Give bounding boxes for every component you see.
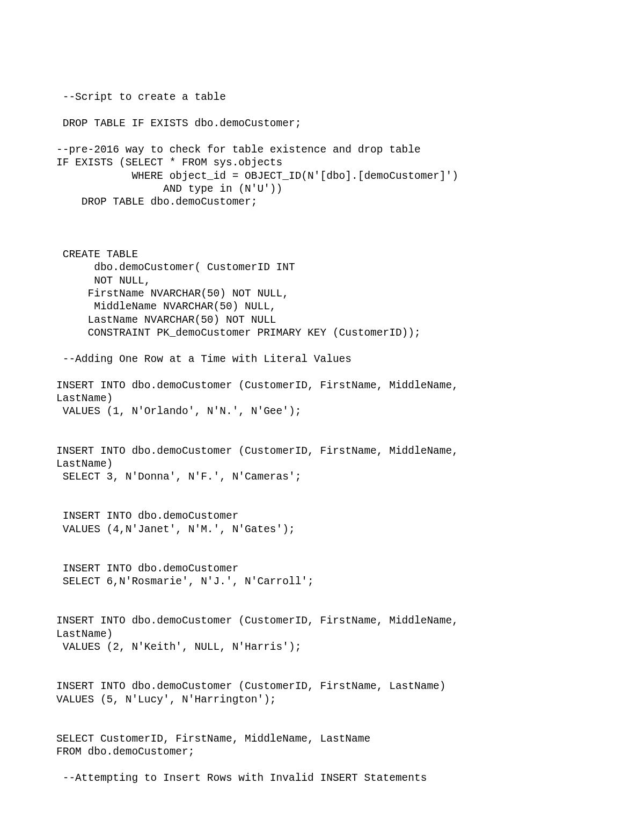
code-line: VALUES (5, N'Lucy', N'Harrington'); [56,694,276,706]
code-line: SELECT 6,N'Rosmarie', N'J.', N'Carroll'; [56,576,314,588]
code-line: CONSTRAINT PK_demoCustomer PRIMARY KEY (… [56,327,421,339]
code-line: INSERT INTO dbo.demoCustomer (CustomerID… [56,615,458,627]
document-page: --Script to create a table DROP TABLE IF… [0,0,644,834]
code-line: INSERT INTO dbo.demoCustomer [56,563,238,575]
code-line: WHERE object_id = OBJECT_ID(N'[dbo].[dem… [56,170,458,182]
code-line: VALUES (4,N'Janet', N'M.', N'Gates'); [56,524,295,535]
code-line: DROP TABLE dbo.demoCustomer; [56,196,257,208]
code-line: MiddleName NVARCHAR(50) NULL, [56,301,276,313]
code-line: LastName) [56,458,113,470]
code-line: CREATE TABLE [56,249,138,260]
code-line: LastName NVARCHAR(50) NOT NULL [56,314,276,326]
code-line: INSERT INTO dbo.demoCustomer (CustomerID… [56,680,446,692]
code-line: IF EXISTS (SELECT * FROM sys.objects [56,157,282,169]
code-line: FirstName NVARCHAR(50) NOT NULL, [56,288,289,300]
sql-code-block: --Script to create a table DROP TABLE IF… [56,91,588,785]
code-line: NOT NULL, [56,275,151,287]
code-line: --Script to create a table [56,91,226,103]
code-line: --Adding One Row at a Time with Literal … [56,353,352,365]
code-line: INSERT INTO dbo.demoCustomer [56,510,238,522]
code-line: --Attempting to Insert Rows with Invalid… [56,772,427,784]
code-line: --pre-2016 way to check for table existe… [56,144,421,156]
code-line: FROM dbo.demoCustomer; [56,746,194,758]
code-line: dbo.demoCustomer( CustomerID INT [56,262,295,273]
code-line: INSERT INTO dbo.demoCustomer (CustomerID… [56,445,458,457]
code-line: INSERT INTO dbo.demoCustomer (CustomerID… [56,380,458,391]
code-line: LastName) [56,393,113,404]
code-line: AND type in (N'U')) [56,183,282,195]
code-line: VALUES (2, N'Keith', NULL, N'Harris'); [56,641,301,653]
code-line: SELECT CustomerID, FirstName, MiddleName… [56,733,370,745]
code-line: DROP TABLE IF EXISTS dbo.demoCustomer; [56,118,301,129]
code-line: LastName) [56,628,113,640]
code-line: SELECT 3, N'Donna', N'F.', N'Cameras'; [56,471,301,483]
code-line: VALUES (1, N'Orlando', N'N.', N'Gee'); [56,405,301,417]
